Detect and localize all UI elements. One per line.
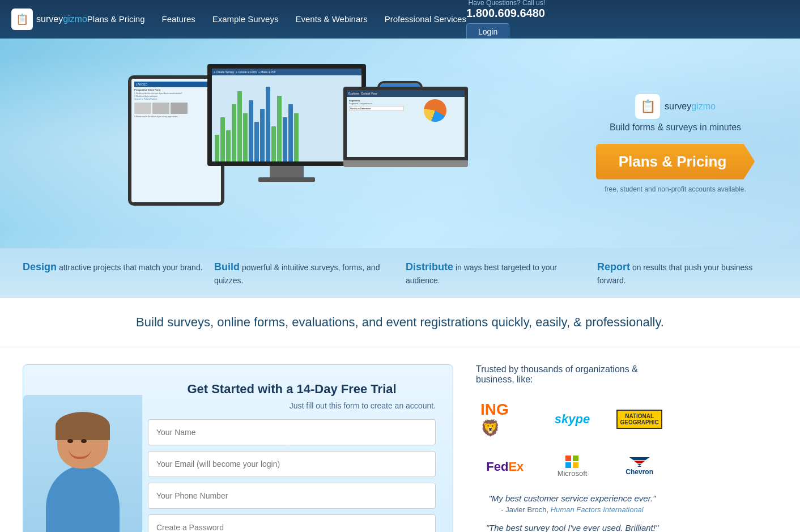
tagline-bar: Build surveys, online forms, evaluations… <box>0 298 800 347</box>
laptop-base <box>343 160 468 167</box>
nav-events-webinars[interactable]: Events & Webinars <box>295 14 367 24</box>
feature-design-label: Design <box>23 261 57 273</box>
trusted-section: Trusted by thousands of organizations & … <box>453 364 669 532</box>
hero-tagline: Build forms & surveys in minutes <box>610 122 741 133</box>
trial-title: Get Started with a 14-Day Free Trial <box>148 382 436 397</box>
logo[interactable]: 📋 surveygizmo <box>11 8 87 30</box>
trusted-title: Trusted by thousands of organizations & … <box>476 364 669 385</box>
nav-example-surveys[interactable]: Example Surveys <box>212 14 279 24</box>
testimonial-1-quote: "My best customer service experience eve… <box>476 493 669 503</box>
main-tagline: Build surveys, online forms, evaluations… <box>23 315 777 330</box>
logo-text: surveygizmo <box>36 14 87 24</box>
hero-logo-text: surveygizmo <box>665 101 716 112</box>
email-input[interactable] <box>148 451 436 477</box>
feature-build: Build powerful & intuitive surveys, form… <box>214 259 394 287</box>
hero-right: 📋 surveygizmo Build forms & surveys in m… <box>573 56 777 231</box>
phone-input[interactable] <box>148 483 436 509</box>
hero-section: LANCED Prospective Client Form 1. Would … <box>0 39 800 248</box>
laptop-mockup: ExplorerDefault View Segments Segment Co… <box>343 87 468 167</box>
nav-plans-pricing[interactable]: Plans & Pricing <box>87 14 145 24</box>
main-nav: Plans & Pricing Features Example Surveys… <box>87 14 466 24</box>
feature-report-label: Report <box>597 261 630 273</box>
hero-logo: 📋 surveygizmo <box>635 94 716 119</box>
devices-container: LANCED Prospective Client Form 1. Would … <box>128 64 468 223</box>
nav-professional-services[interactable]: Professional Services <box>385 14 466 24</box>
phone-label: Have Questions? Call us! <box>466 0 545 7</box>
brands-grid: ING 🦁 skype NATIONALGEOGRAPHIC FedEx <box>476 396 669 482</box>
monitor-mockup: + Create Survey+ Create a Form+ Make a P… <box>207 64 366 182</box>
login-button[interactable]: Login <box>466 23 509 40</box>
contact-info: Have Questions? Call us! 1.800.609.6480 … <box>466 0 545 40</box>
feature-design: Design attractive projects that match yo… <box>23 259 203 287</box>
feature-build-label: Build <box>214 261 240 273</box>
person-face <box>57 418 108 469</box>
header: 📋 surveygizmo Plans & Pricing Features E… <box>0 0 800 39</box>
hero-subtext: free, student and non-profit accounts av… <box>605 185 746 193</box>
feature-distribute-label: Distribute <box>406 261 453 273</box>
password-input[interactable] <box>148 514 436 532</box>
main-content: Get Started with a 14-Day Free Trial Jus… <box>0 347 800 532</box>
brand-fedex: FedEx <box>476 451 534 482</box>
name-input[interactable] <box>148 419 436 445</box>
feature-design-text: attractive projects that match your bran… <box>59 263 203 272</box>
person-hair <box>56 412 110 440</box>
testimonial-2: "The best survey tool I've ever used. Br… <box>476 523 669 532</box>
phone-number: 1.800.609.6480 <box>466 7 545 20</box>
nav-features[interactable]: Features <box>162 14 195 24</box>
testimonial-1: "My best customer service experience eve… <box>476 493 669 514</box>
brand-microsoft: Microsoft <box>543 451 602 482</box>
plans-pricing-button[interactable]: Plans & Pricing <box>596 144 755 180</box>
brand-chevron: Chevron <box>610 451 669 482</box>
person-body <box>46 466 120 532</box>
features-bar: Design attractive projects that match yo… <box>0 248 800 298</box>
brand-ing: ING 🦁 <box>476 396 534 442</box>
trial-box: Get Started with a 14-Day Free Trial Jus… <box>23 364 453 532</box>
brand-national-geographic: NATIONALGEOGRAPHIC <box>610 396 669 442</box>
monitor-stand <box>270 166 304 177</box>
monitor-base <box>258 177 315 182</box>
monitor-screen: + Create Survey+ Create a Form+ Make a P… <box>207 64 366 166</box>
testimonial-1-author: - Javier Broch, Human Factors Internatio… <box>476 505 669 514</box>
laptop-screen: ExplorerDefault View Segments Segment Co… <box>343 87 468 160</box>
testimonial-2-quote: "The best survey tool I've ever used. Br… <box>476 523 669 532</box>
feature-distribute: Distribute in ways best targeted to your… <box>406 259 586 287</box>
logo-icon: 📋 <box>11 8 33 30</box>
brand-skype: skype <box>543 396 602 442</box>
hero-logo-icon: 📋 <box>635 94 660 119</box>
device-showcase: LANCED Prospective Client Form 1. Would … <box>23 56 573 231</box>
trial-subtitle: Just fill out this form to create an acc… <box>148 401 436 410</box>
trial-section: Get Started with a 14-Day Free Trial Jus… <box>23 364 453 532</box>
feature-report: Report on results that push your busines… <box>597 259 777 287</box>
trial-person-image <box>23 395 142 532</box>
